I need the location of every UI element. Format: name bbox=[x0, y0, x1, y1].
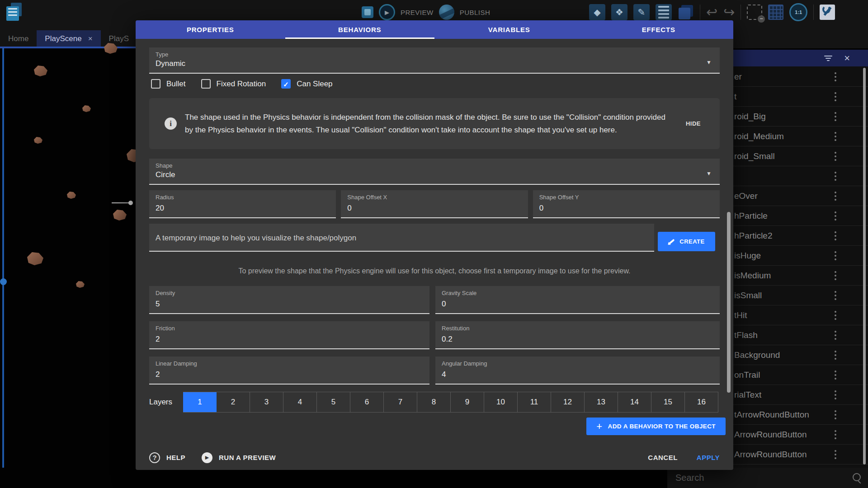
field-friction[interactable]: Friction2 bbox=[149, 321, 429, 349]
layer-button-2[interactable]: 2 bbox=[217, 392, 250, 412]
clear-selection-icon[interactable] bbox=[747, 5, 762, 20]
selection-handle-line[interactable] bbox=[112, 202, 131, 203]
filter-list-icon[interactable] bbox=[824, 56, 832, 61]
layer-button-5[interactable]: 5 bbox=[317, 392, 350, 412]
search-input[interactable]: Search bbox=[667, 468, 868, 488]
editor-tab-home[interactable]: Home bbox=[0, 30, 37, 47]
close-panel-icon[interactable]: × bbox=[844, 54, 850, 63]
layer-button-13[interactable]: 13 bbox=[585, 392, 618, 412]
asteroid-sprite[interactable] bbox=[67, 192, 76, 199]
field-density[interactable]: Density5 bbox=[149, 286, 429, 314]
panel-scrollbar[interactable] bbox=[863, 68, 866, 465]
field-angular-damping[interactable]: Angular Damping4 bbox=[435, 357, 720, 385]
publish-button[interactable]: PUBLISH bbox=[460, 9, 491, 16]
asteroid-sprite[interactable] bbox=[113, 210, 127, 221]
layer-button-11[interactable]: 11 bbox=[518, 392, 551, 412]
create-button[interactable]: CREATE bbox=[658, 232, 715, 251]
dialog-tab-properties[interactable]: PROPERTIES bbox=[136, 20, 285, 39]
layer-button-4[interactable]: 4 bbox=[283, 392, 317, 412]
asteroid-sprite[interactable] bbox=[34, 66, 47, 76]
dialog-tab-effects[interactable]: EFFECTS bbox=[584, 20, 734, 39]
field-restitution[interactable]: Restitution0.2 bbox=[435, 321, 720, 349]
add-object-icon[interactable]: ◆ bbox=[589, 4, 605, 20]
layer-button-14[interactable]: 14 bbox=[618, 392, 651, 412]
zoom-one-to-one-icon[interactable]: 1:1 bbox=[789, 3, 807, 21]
asteroid-sprite[interactable] bbox=[34, 137, 42, 144]
asteroid-sprite[interactable] bbox=[82, 105, 91, 112]
editor-tab-plays[interactable]: PlayS bbox=[101, 30, 137, 47]
redo-icon[interactable]: ↪ bbox=[723, 4, 735, 20]
apply-button[interactable]: APPLY bbox=[697, 454, 720, 461]
asteroid-sprite[interactable] bbox=[76, 281, 85, 288]
layer-button-1[interactable]: 1 bbox=[183, 392, 217, 412]
preview-play-icon[interactable]: ▶ bbox=[379, 4, 395, 20]
add-behavior-button[interactable]: + ADD A BEHAVIOR TO THE OBJECT bbox=[586, 418, 726, 435]
layer-button-16[interactable]: 16 bbox=[685, 392, 718, 412]
help-button[interactable]: HELP bbox=[166, 454, 185, 461]
kebab-menu-icon[interactable] bbox=[835, 371, 836, 380]
asteroid-sprite[interactable] bbox=[27, 252, 43, 265]
kebab-menu-icon[interactable] bbox=[835, 172, 836, 181]
edit-scene-icon[interactable]: ✎ bbox=[633, 4, 650, 20]
editor-tab-playscene[interactable]: PlayScene× bbox=[37, 30, 100, 47]
undo-icon[interactable]: ↩ bbox=[706, 4, 717, 20]
kebab-menu-icon[interactable] bbox=[835, 410, 836, 419]
kebab-menu-icon[interactable] bbox=[835, 192, 836, 201]
setup-wrench-icon[interactable] bbox=[820, 5, 835, 20]
dialog-scrollbar[interactable] bbox=[727, 212, 731, 393]
kebab-menu-icon[interactable] bbox=[835, 271, 836, 280]
kebab-menu-icon[interactable] bbox=[835, 152, 836, 161]
checkbox-unchecked-icon[interactable] bbox=[151, 79, 160, 89]
kebab-menu-icon[interactable] bbox=[835, 72, 836, 81]
kebab-menu-icon[interactable] bbox=[835, 311, 836, 320]
layer-button-3[interactable]: 3 bbox=[250, 392, 283, 412]
kebab-menu-icon[interactable] bbox=[835, 231, 836, 240]
object-search-box[interactable]: Search bbox=[667, 468, 868, 488]
cancel-button[interactable]: CANCEL bbox=[648, 454, 678, 461]
layer-button-6[interactable]: 6 bbox=[350, 392, 384, 412]
close-tab-icon[interactable]: × bbox=[88, 34, 93, 43]
debugger-icon[interactable] bbox=[362, 6, 373, 18]
checkbox-can-sleep[interactable]: ✓Can Sleep bbox=[281, 79, 332, 89]
publish-globe-icon[interactable] bbox=[439, 5, 454, 20]
dialog-tab-variables[interactable]: VARIABLES bbox=[434, 20, 584, 39]
help-icon[interactable]: ? bbox=[149, 452, 160, 463]
kebab-menu-icon[interactable] bbox=[835, 291, 836, 300]
dialog-tab-behaviors[interactable]: BEHAVIORS bbox=[285, 20, 435, 39]
project-manager-icon[interactable] bbox=[5, 3, 24, 22]
kebab-menu-icon[interactable] bbox=[835, 351, 836, 360]
checkbox-fixed-rotation[interactable]: Fixed Rotation bbox=[201, 79, 266, 89]
field-shape-offset-y[interactable]: Shape Offset Y0 bbox=[533, 190, 720, 218]
field-linear-damping[interactable]: Linear Damping2 bbox=[149, 357, 429, 385]
instances-list-icon[interactable] bbox=[656, 4, 672, 20]
kebab-menu-icon[interactable] bbox=[835, 450, 836, 459]
layer-button-15[interactable]: 15 bbox=[651, 392, 685, 412]
layer-button-12[interactable]: 12 bbox=[551, 392, 585, 412]
type-select[interactable]: Type Dynamic ▼ bbox=[149, 47, 720, 74]
kebab-menu-icon[interactable] bbox=[835, 390, 836, 399]
grid-icon[interactable] bbox=[768, 5, 783, 20]
run-preview-button[interactable]: RUN A PREVIEW bbox=[219, 454, 276, 461]
field-radius[interactable]: Radius20 bbox=[149, 190, 336, 218]
kebab-menu-icon[interactable] bbox=[835, 211, 836, 221]
kebab-menu-icon[interactable] bbox=[835, 92, 836, 101]
kebab-menu-icon[interactable] bbox=[835, 112, 836, 121]
kebab-menu-icon[interactable] bbox=[835, 430, 836, 439]
kebab-menu-icon[interactable] bbox=[835, 251, 836, 260]
layer-button-9[interactable]: 9 bbox=[451, 392, 484, 412]
objects-groups-icon[interactable]: ❖ bbox=[611, 4, 627, 20]
field-shape-offset-x[interactable]: Shape Offset X0 bbox=[341, 190, 528, 218]
selection-handle-dot[interactable] bbox=[0, 278, 7, 285]
hide-info-button[interactable]: HIDE bbox=[686, 120, 701, 127]
kebab-menu-icon[interactable] bbox=[835, 331, 836, 340]
temp-image-field[interactable]: A temporary image to help you visualize … bbox=[149, 224, 654, 252]
kebab-menu-icon[interactable] bbox=[835, 132, 836, 141]
run-preview-icon[interactable]: ▶ bbox=[202, 452, 212, 463]
layers-icon[interactable] bbox=[678, 4, 694, 20]
field-gravity-scale[interactable]: Gravity Scale0 bbox=[435, 286, 720, 314]
checkbox-unchecked-icon[interactable] bbox=[201, 79, 211, 89]
layer-button-7[interactable]: 7 bbox=[384, 392, 417, 412]
checkbox-bullet[interactable]: Bullet bbox=[151, 79, 186, 89]
layer-button-10[interactable]: 10 bbox=[484, 392, 518, 412]
layer-button-8[interactable]: 8 bbox=[417, 392, 451, 412]
